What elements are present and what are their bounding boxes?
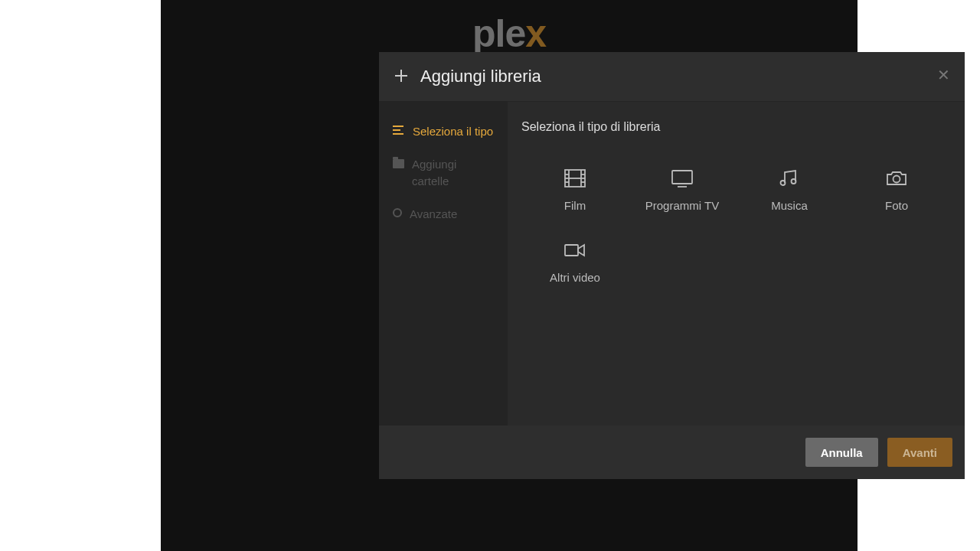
svg-point-14	[893, 175, 900, 182]
step-advanced[interactable]: Avanzate	[379, 198, 508, 231]
modal-footer: Annulla Avanti	[379, 425, 965, 479]
app-background: plex Aggiungi libreria ✕ Seleziona il ti…	[161, 0, 858, 551]
step-select-type[interactable]: Seleziona il tipo	[379, 116, 508, 148]
type-film[interactable]: Film	[521, 155, 629, 224]
svg-rect-10	[672, 171, 692, 184]
type-label: Musica	[771, 199, 808, 212]
modal-header: Aggiungi libreria ✕	[379, 52, 965, 102]
music-icon	[778, 168, 801, 188]
step-label: Avanzate	[410, 206, 457, 223]
content-title: Seleziona il tipo di libreria	[521, 120, 951, 134]
modal-body: Seleziona il tipo Aggiungi cartelle Avan…	[379, 102, 965, 425]
type-photo[interactable]: Foto	[843, 155, 950, 224]
video-icon	[564, 240, 586, 260]
folder-icon	[393, 159, 404, 168]
film-icon	[564, 168, 586, 188]
library-type-grid: Film Programmi TV Musica	[521, 155, 951, 296]
logo-accent: x	[525, 12, 546, 55]
camera-icon	[885, 168, 908, 188]
wizard-sidebar: Seleziona il tipo Aggiungi cartelle Avan…	[379, 102, 508, 425]
type-other-video[interactable]: Altri video	[521, 227, 629, 296]
type-tv[interactable]: Programmi TV	[629, 155, 736, 224]
step-label: Aggiungi cartelle	[412, 156, 494, 191]
gear-icon	[393, 208, 402, 217]
logo-text: ple	[472, 12, 525, 55]
type-label: Programmi TV	[645, 199, 719, 212]
step-add-folders[interactable]: Aggiungi cartelle	[379, 148, 508, 198]
modal-title: Aggiungi libreria	[420, 67, 541, 86]
list-icon	[393, 126, 405, 138]
step-label: Seleziona il tipo	[413, 123, 493, 141]
type-label: Altri video	[550, 271, 600, 284]
next-button[interactable]: Avanti	[887, 438, 952, 467]
modal-content: Seleziona il tipo di libreria Film Progr…	[508, 102, 965, 425]
plex-logo: plex	[472, 11, 546, 56]
type-music[interactable]: Musica	[736, 155, 843, 224]
add-library-modal: Aggiungi libreria ✕ Seleziona il tipo Ag…	[379, 52, 965, 479]
type-label: Foto	[885, 199, 908, 212]
svg-rect-15	[565, 245, 578, 256]
cancel-button[interactable]: Annulla	[805, 438, 878, 467]
plus-icon	[394, 69, 410, 84]
close-icon[interactable]: ✕	[934, 67, 952, 86]
tv-icon	[671, 168, 694, 188]
type-label: Film	[564, 199, 586, 212]
